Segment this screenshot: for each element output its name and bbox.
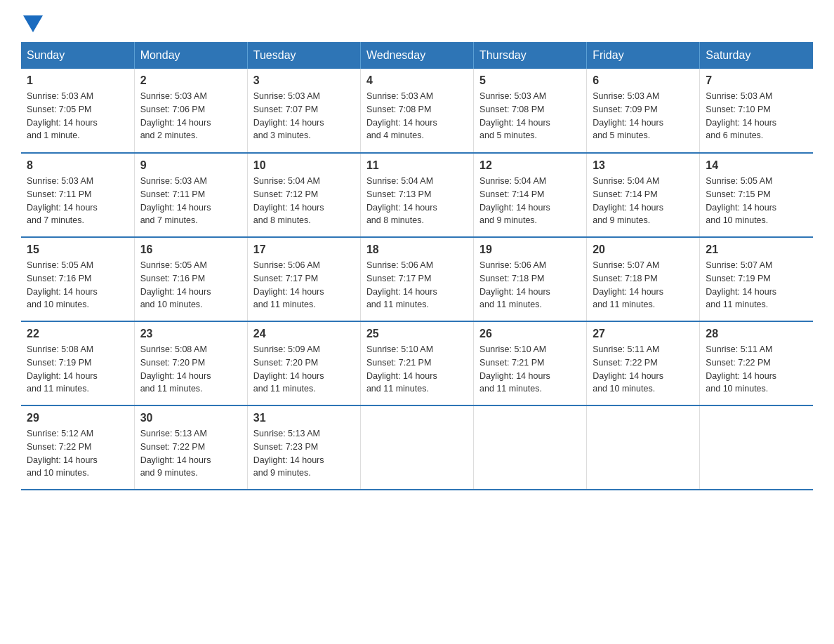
logo — [21, 14, 43, 29]
calendar-header: SundayMondayTuesdayWednesdayThursdayFrid… — [21, 42, 813, 69]
day-number: 23 — [140, 328, 241, 340]
day-info: Sunrise: 5:05 AMSunset: 7:16 PMDaylight:… — [27, 259, 128, 311]
calendar-week-row: 8 Sunrise: 5:03 AMSunset: 7:11 PMDayligh… — [21, 153, 813, 237]
day-info: Sunrise: 5:07 AMSunset: 7:19 PMDaylight:… — [706, 259, 807, 311]
day-number: 8 — [27, 159, 128, 172]
calendar-day-cell: 6 Sunrise: 5:03 AMSunset: 7:09 PMDayligh… — [587, 69, 700, 153]
calendar-day-cell: 26 Sunrise: 5:10 AMSunset: 7:21 PMDaylig… — [474, 321, 587, 405]
day-number: 5 — [479, 74, 581, 87]
weekday-header-tuesday: Tuesday — [247, 42, 360, 69]
calendar-day-cell — [360, 405, 473, 490]
day-number: 15 — [27, 243, 128, 256]
day-info: Sunrise: 5:03 AMSunset: 7:11 PMDaylight:… — [27, 175, 128, 227]
day-number: 14 — [706, 159, 807, 172]
calendar-day-cell — [700, 405, 813, 490]
day-info: Sunrise: 5:03 AMSunset: 7:09 PMDaylight:… — [593, 90, 694, 142]
calendar-day-cell: 4 Sunrise: 5:03 AMSunset: 7:08 PMDayligh… — [360, 69, 473, 153]
calendar-day-cell: 24 Sunrise: 5:09 AMSunset: 7:20 PMDaylig… — [247, 321, 360, 405]
day-number: 9 — [140, 159, 241, 172]
weekday-header-sunday: Sunday — [21, 42, 134, 69]
day-number: 11 — [366, 159, 468, 172]
day-info: Sunrise: 5:06 AMSunset: 7:17 PMDaylight:… — [253, 259, 355, 311]
calendar-day-cell: 30 Sunrise: 5:13 AMSunset: 7:22 PMDaylig… — [134, 405, 247, 490]
day-number: 30 — [140, 412, 241, 424]
calendar-day-cell — [474, 405, 587, 490]
day-info: Sunrise: 5:06 AMSunset: 7:18 PMDaylight:… — [479, 259, 581, 311]
day-number: 21 — [706, 243, 807, 256]
calendar-week-row: 15 Sunrise: 5:05 AMSunset: 7:16 PMDaylig… — [21, 237, 813, 321]
calendar-day-cell: 23 Sunrise: 5:08 AMSunset: 7:20 PMDaylig… — [134, 321, 247, 405]
day-info: Sunrise: 5:03 AMSunset: 7:08 PMDaylight:… — [479, 90, 581, 142]
weekday-header-wednesday: Wednesday — [360, 42, 473, 69]
logo-icon — [23, 15, 43, 32]
calendar-day-cell: 20 Sunrise: 5:07 AMSunset: 7:18 PMDaylig… — [587, 237, 700, 321]
calendar-body: 1 Sunrise: 5:03 AMSunset: 7:05 PMDayligh… — [21, 69, 813, 490]
calendar-day-cell: 29 Sunrise: 5:12 AMSunset: 7:22 PMDaylig… — [21, 405, 134, 490]
day-number: 25 — [366, 328, 468, 340]
day-info: Sunrise: 5:10 AMSunset: 7:21 PMDaylight:… — [366, 343, 468, 396]
svg-marker-0 — [23, 15, 43, 32]
day-number: 20 — [593, 243, 694, 256]
calendar-day-cell: 31 Sunrise: 5:13 AMSunset: 7:23 PMDaylig… — [247, 405, 360, 490]
day-number: 26 — [479, 328, 581, 340]
day-info: Sunrise: 5:13 AMSunset: 7:22 PMDaylight:… — [140, 427, 241, 480]
calendar-day-cell: 22 Sunrise: 5:08 AMSunset: 7:19 PMDaylig… — [21, 321, 134, 405]
calendar-day-cell: 11 Sunrise: 5:04 AMSunset: 7:13 PMDaylig… — [360, 153, 473, 237]
calendar-day-cell: 14 Sunrise: 5:05 AMSunset: 7:15 PMDaylig… — [700, 153, 813, 237]
calendar-day-cell: 25 Sunrise: 5:10 AMSunset: 7:21 PMDaylig… — [360, 321, 473, 405]
day-info: Sunrise: 5:05 AMSunset: 7:16 PMDaylight:… — [140, 259, 241, 311]
calendar-day-cell: 7 Sunrise: 5:03 AMSunset: 7:10 PMDayligh… — [700, 69, 813, 153]
day-info: Sunrise: 5:05 AMSunset: 7:15 PMDaylight:… — [706, 175, 807, 227]
page-header — [21, 14, 813, 29]
day-info: Sunrise: 5:11 AMSunset: 7:22 PMDaylight:… — [706, 343, 807, 396]
calendar-table: SundayMondayTuesdayWednesdayThursdayFrid… — [21, 42, 813, 490]
day-number: 28 — [706, 328, 807, 340]
weekday-header-friday: Friday — [587, 42, 700, 69]
weekday-header-thursday: Thursday — [474, 42, 587, 69]
day-number: 16 — [140, 243, 241, 256]
calendar-day-cell: 2 Sunrise: 5:03 AMSunset: 7:06 PMDayligh… — [134, 69, 247, 153]
day-number: 19 — [479, 243, 581, 256]
calendar-day-cell: 28 Sunrise: 5:11 AMSunset: 7:22 PMDaylig… — [700, 321, 813, 405]
day-info: Sunrise: 5:04 AMSunset: 7:14 PMDaylight:… — [479, 175, 581, 227]
day-info: Sunrise: 5:13 AMSunset: 7:23 PMDaylight:… — [253, 427, 355, 480]
calendar-week-row: 22 Sunrise: 5:08 AMSunset: 7:19 PMDaylig… — [21, 321, 813, 405]
day-number: 2 — [140, 74, 241, 87]
day-number: 24 — [253, 328, 355, 340]
day-info: Sunrise: 5:11 AMSunset: 7:22 PMDaylight:… — [593, 343, 694, 396]
calendar-day-cell: 12 Sunrise: 5:04 AMSunset: 7:14 PMDaylig… — [474, 153, 587, 237]
day-number: 13 — [593, 159, 694, 172]
calendar-week-row: 1 Sunrise: 5:03 AMSunset: 7:05 PMDayligh… — [21, 69, 813, 153]
calendar-day-cell: 18 Sunrise: 5:06 AMSunset: 7:17 PMDaylig… — [360, 237, 473, 321]
day-info: Sunrise: 5:07 AMSunset: 7:18 PMDaylight:… — [593, 259, 694, 311]
day-number: 10 — [253, 159, 355, 172]
day-info: Sunrise: 5:03 AMSunset: 7:05 PMDaylight:… — [27, 90, 128, 142]
day-info: Sunrise: 5:06 AMSunset: 7:17 PMDaylight:… — [366, 259, 468, 311]
day-info: Sunrise: 5:04 AMSunset: 7:12 PMDaylight:… — [253, 175, 355, 227]
day-number: 6 — [593, 74, 694, 87]
day-info: Sunrise: 5:10 AMSunset: 7:21 PMDaylight:… — [479, 343, 581, 396]
calendar-day-cell: 10 Sunrise: 5:04 AMSunset: 7:12 PMDaylig… — [247, 153, 360, 237]
weekday-header-monday: Monday — [134, 42, 247, 69]
day-info: Sunrise: 5:08 AMSunset: 7:19 PMDaylight:… — [27, 343, 128, 396]
day-info: Sunrise: 5:09 AMSunset: 7:20 PMDaylight:… — [253, 343, 355, 396]
calendar-day-cell: 15 Sunrise: 5:05 AMSunset: 7:16 PMDaylig… — [21, 237, 134, 321]
day-info: Sunrise: 5:12 AMSunset: 7:22 PMDaylight:… — [27, 427, 128, 480]
day-number: 12 — [479, 159, 581, 172]
calendar-day-cell: 9 Sunrise: 5:03 AMSunset: 7:11 PMDayligh… — [134, 153, 247, 237]
weekday-header-row: SundayMondayTuesdayWednesdayThursdayFrid… — [21, 42, 813, 69]
calendar-day-cell: 3 Sunrise: 5:03 AMSunset: 7:07 PMDayligh… — [247, 69, 360, 153]
day-info: Sunrise: 5:03 AMSunset: 7:10 PMDaylight:… — [706, 90, 807, 142]
calendar-day-cell: 17 Sunrise: 5:06 AMSunset: 7:17 PMDaylig… — [247, 237, 360, 321]
day-info: Sunrise: 5:03 AMSunset: 7:08 PMDaylight:… — [366, 90, 468, 142]
day-info: Sunrise: 5:03 AMSunset: 7:07 PMDaylight:… — [253, 90, 355, 142]
day-info: Sunrise: 5:08 AMSunset: 7:20 PMDaylight:… — [140, 343, 241, 396]
day-info: Sunrise: 5:04 AMSunset: 7:14 PMDaylight:… — [593, 175, 694, 227]
day-number: 18 — [366, 243, 468, 256]
calendar-day-cell — [587, 405, 700, 490]
calendar-week-row: 29 Sunrise: 5:12 AMSunset: 7:22 PMDaylig… — [21, 405, 813, 490]
day-info: Sunrise: 5:04 AMSunset: 7:13 PMDaylight:… — [366, 175, 468, 227]
day-number: 17 — [253, 243, 355, 256]
day-number: 4 — [366, 74, 468, 87]
calendar-day-cell: 13 Sunrise: 5:04 AMSunset: 7:14 PMDaylig… — [587, 153, 700, 237]
